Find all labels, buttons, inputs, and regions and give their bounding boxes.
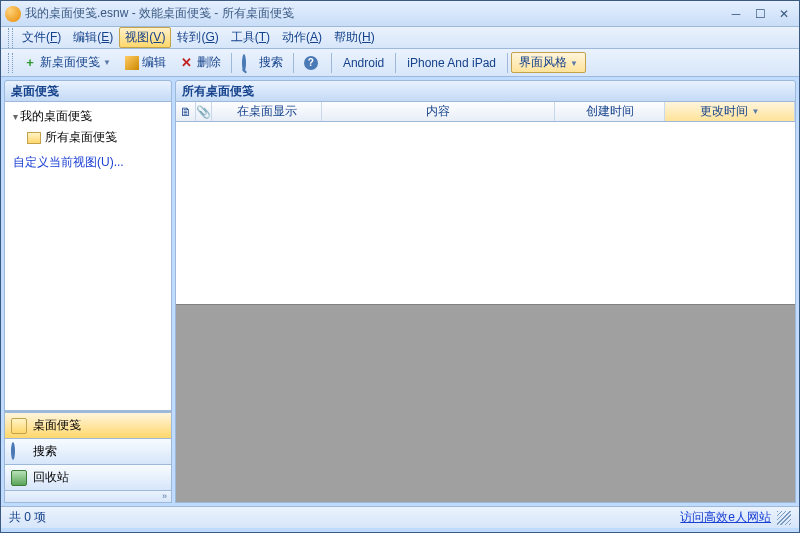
main-panel: 所有桌面便笺 🗎 📎 在桌面显示 内容 创建时间 更改时间▼ [175,80,796,503]
list-body[interactable] [176,122,795,304]
menu-help[interactable]: 帮助(H) [328,27,381,48]
menu-action[interactable]: 动作(A) [276,27,328,48]
collapse-icon[interactable]: ▾ [13,111,18,122]
search-icon [242,56,256,70]
col-content[interactable]: 内容 [322,102,555,121]
close-button[interactable]: ✕ [773,5,795,23]
col-modified[interactable]: 更改时间▼ [665,102,795,121]
pencil-icon [125,56,139,70]
menu-tools[interactable]: 工具(T) [225,27,276,48]
window-title: 我的桌面便笺.esnw - 效能桌面便笺 - 所有桌面便笺 [25,5,294,22]
menu-view[interactable]: 视图(V) [119,27,171,48]
col-show-on-desktop[interactable]: 在桌面显示 [212,102,322,121]
website-link[interactable]: 访问高效e人网站 [680,509,771,526]
nav-recycle[interactable]: 回收站 [5,464,171,490]
toolbar: +新桌面便笺▼ 编辑 ✕删除 搜索 ? Android iPhone And i… [1,49,799,77]
maximize-button[interactable]: ☐ [749,5,771,23]
edit-button[interactable]: 编辑 [119,52,172,73]
status-bar: 共 0 项 访问高效e人网站 [1,506,799,528]
help-button[interactable]: ? [298,54,327,72]
resize-grip[interactable] [777,511,791,525]
col-created[interactable]: 创建时间 [555,102,665,121]
chevron-down-icon: ▼ [570,59,578,68]
iphone-button[interactable]: iPhone And iPad [399,54,504,72]
android-button[interactable]: Android [335,54,392,72]
column-headers: 🗎 📎 在桌面显示 内容 创建时间 更改时间▼ [176,102,795,122]
chevron-down-icon: ▼ [103,58,111,67]
nav-notes[interactable]: 桌面便笺 [5,412,171,438]
nav-overflow[interactable]: » [5,490,171,502]
delete-icon: ✕ [180,56,194,70]
sidebar-header: 桌面便笺 [4,80,172,102]
sidebar: 桌面便笺 ▾我的桌面便笺 所有桌面便笺 自定义当前视图(U)... 桌面便笺 搜… [4,80,172,503]
main-header: 所有桌面便笺 [175,80,796,102]
plus-icon: + [23,56,37,70]
recycle-icon [11,470,27,486]
help-icon: ? [304,56,318,70]
menu-goto[interactable]: 转到(G) [171,27,224,48]
tree-root[interactable]: ▾我的桌面便笺 [9,106,167,127]
preview-pane [176,304,795,502]
toolbar-grip[interactable] [8,28,13,48]
title-bar: 我的桌面便笺.esnw - 效能桌面便笺 - 所有桌面便笺 ─ ☐ ✕ [1,1,799,27]
menu-edit[interactable]: 编辑(E) [67,27,119,48]
customize-view-link[interactable]: 自定义当前视图(U)... [9,148,167,177]
status-count: 共 0 项 [9,509,46,526]
minimize-button[interactable]: ─ [725,5,747,23]
col-attach[interactable]: 📎 [196,102,212,121]
note-icon [27,132,41,144]
skin-button[interactable]: 界面风格▼ [511,52,586,73]
sort-desc-icon: ▼ [752,107,760,116]
nav-strip: 桌面便笺 搜索 回收站 » [4,411,172,503]
menu-file[interactable]: 文件(F) [16,27,67,48]
note-icon [11,418,27,434]
search-icon [11,444,27,460]
nav-search[interactable]: 搜索 [5,438,171,464]
new-note-button[interactable]: +新桌面便笺▼ [17,52,117,73]
menu-bar: 文件(F) 编辑(E) 视图(V) 转到(G) 工具(T) 动作(A) 帮助(H… [1,27,799,49]
col-icon[interactable]: 🗎 [176,102,196,121]
tree-all-notes[interactable]: 所有桌面便笺 [23,127,167,148]
tree-panel: ▾我的桌面便笺 所有桌面便笺 自定义当前视图(U)... [4,102,172,411]
delete-button[interactable]: ✕删除 [174,52,227,73]
search-button[interactable]: 搜索 [236,52,289,73]
toolbar-grip[interactable] [8,53,13,73]
app-icon [5,6,21,22]
